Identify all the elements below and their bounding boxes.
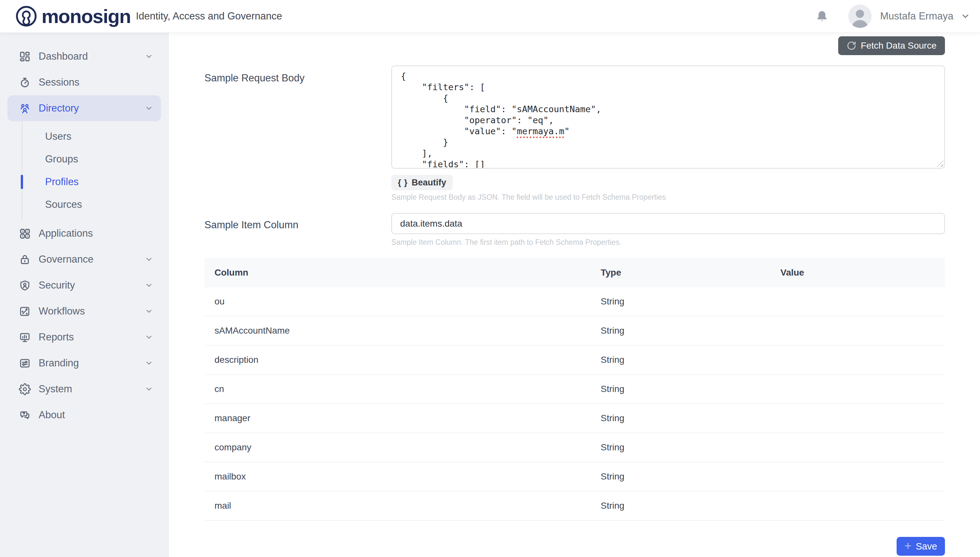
- main-content: Fetch Data Source Sample Request Body { …: [169, 33, 980, 557]
- governance-icon: [19, 254, 31, 265]
- security-icon: [19, 280, 31, 292]
- chevron-down-icon: [960, 11, 970, 21]
- column-cell: mail: [204, 501, 601, 511]
- braces-icon: { }: [398, 178, 408, 188]
- column-cell: sAMAccountName: [204, 326, 601, 336]
- fetch-data-source-label: Fetch Data Source: [861, 41, 936, 51]
- type-cell: String: [601, 326, 781, 336]
- sidebar-item-label: Reports: [39, 331, 74, 343]
- sidebar-item-dashboard[interactable]: Dashboard: [7, 44, 161, 69]
- sidebar-item-label: Applications: [39, 228, 93, 239]
- type-cell: String: [601, 413, 781, 423]
- table-row: ouString: [204, 287, 945, 316]
- type-cell: String: [601, 355, 781, 365]
- sidebar-item-governance[interactable]: Governance: [7, 246, 161, 272]
- sample-item-column-input[interactable]: [391, 213, 945, 234]
- sidebar-item-profiles[interactable]: Profiles: [22, 171, 168, 193]
- sidebar-submenu-directory: UsersGroupsProfilesSources: [22, 121, 168, 220]
- brand-wordmark: monosign: [42, 5, 131, 28]
- beautify-button[interactable]: { } Beautify: [391, 175, 453, 190]
- branding-icon: [19, 357, 31, 369]
- sample-request-body-label: Sample Request Body: [204, 72, 304, 84]
- sidebar-item-label: Dashboard: [39, 50, 88, 62]
- sidebar-item-label: Workflows: [39, 305, 85, 317]
- column-cell: cn: [204, 384, 601, 394]
- notifications-bell-icon[interactable]: [815, 10, 829, 23]
- chevron-down-icon: [145, 52, 153, 60]
- fetch-data-source-button[interactable]: Fetch Data Source: [838, 36, 945, 55]
- sidebar-item-label: Directory: [39, 103, 79, 114]
- column-cell: description: [204, 355, 601, 365]
- type-header: Type: [601, 267, 781, 278]
- chevron-down-icon: [145, 281, 153, 290]
- type-cell: String: [601, 501, 781, 511]
- sidebar-item-sources[interactable]: Sources: [22, 193, 168, 216]
- sidebar-item-label: Groups: [45, 153, 78, 165]
- monosign-logo-icon: [16, 5, 37, 27]
- column-header: Column: [204, 267, 601, 278]
- save-button[interactable]: + Save: [897, 537, 945, 556]
- user-menu[interactable]: Mustafa Ermaya: [815, 5, 970, 28]
- sidebar-item-system[interactable]: System: [7, 376, 161, 402]
- chevron-down-icon: [145, 307, 153, 316]
- dashboard-icon: [19, 50, 31, 63]
- sample-request-body-code: { "filters": [ { "field": "sAMAccountNam…: [392, 66, 944, 169]
- sidebar-item-label: Sources: [45, 199, 82, 210]
- table-body: ouStringsAMAccountNameStringdescriptionS…: [204, 287, 945, 521]
- schema-table: Column Type Value ouStringsAMAccountName…: [204, 258, 945, 521]
- beautify-label: Beautify: [412, 178, 446, 188]
- type-cell: String: [601, 442, 781, 453]
- app-tagline: Identity, Access and Governance: [136, 10, 282, 22]
- misspelled-word: mermaya.m: [517, 126, 564, 136]
- applications-icon: [19, 228, 31, 239]
- column-cell: manager: [204, 413, 601, 423]
- type-cell: String: [601, 384, 781, 394]
- sidebar-item-security[interactable]: Security: [7, 272, 161, 298]
- about-icon: [19, 409, 31, 421]
- table-header-row: Column Type Value: [204, 258, 945, 287]
- user-name: Mustafa Ermaya: [880, 10, 953, 22]
- app-header: monosign Identity, Access and Governance…: [0, 0, 980, 33]
- directory-icon: [19, 103, 31, 114]
- sidebar-item-users[interactable]: Users: [22, 125, 168, 148]
- value-header: Value: [781, 267, 945, 278]
- chevron-down-icon: [145, 333, 153, 341]
- sidebar-item-about[interactable]: About: [7, 402, 161, 428]
- table-row: mailString: [204, 492, 945, 521]
- reports-icon: [19, 331, 31, 343]
- chevron-down-icon: [145, 385, 153, 393]
- sidebar-item-label: Sessions: [39, 77, 80, 88]
- sidebar-item-applications[interactable]: Applications: [7, 220, 161, 246]
- type-cell: String: [601, 296, 781, 307]
- chevron-down-icon: [145, 104, 153, 112]
- avatar: [848, 5, 872, 28]
- table-row: sAMAccountNameString: [204, 316, 945, 345]
- sidebar-item-label: About: [39, 409, 65, 421]
- sidebar: DashboardSessionsDirectoryUsersGroupsPro…: [0, 33, 169, 557]
- sessions-icon: [19, 77, 31, 88]
- system-icon: [19, 383, 31, 395]
- table-row: companyString: [204, 433, 945, 463]
- sidebar-item-groups[interactable]: Groups: [22, 148, 168, 171]
- sidebar-item-label: Governance: [39, 254, 93, 265]
- column-cell: ou: [204, 296, 601, 307]
- sidebar-item-directory[interactable]: Directory: [7, 95, 161, 121]
- sidebar-item-branding[interactable]: Branding: [7, 350, 161, 376]
- sidebar-item-label: Branding: [39, 357, 79, 369]
- sample-request-body-helper: Sample Request Body as JSON. The field w…: [391, 193, 666, 202]
- sidebar-item-sessions[interactable]: Sessions: [7, 69, 161, 95]
- table-row: descriptionString: [204, 345, 945, 375]
- column-cell: company: [204, 442, 601, 453]
- sample-request-body-editor[interactable]: { "filters": [ { "field": "sAMAccountNam…: [391, 65, 945, 169]
- refresh-icon: [847, 41, 856, 50]
- sidebar-item-label: Profiles: [45, 176, 78, 188]
- sidebar-item-workflows[interactable]: Workflows: [7, 298, 161, 324]
- sidebar-item-reports[interactable]: Reports: [7, 324, 161, 350]
- sample-item-column-label: Sample Item Column: [204, 219, 298, 231]
- brand: monosign Identity, Access and Governance: [16, 5, 282, 28]
- chevron-down-icon: [145, 359, 153, 367]
- table-row: mailboxString: [204, 463, 945, 492]
- table-row: cnString: [204, 375, 945, 404]
- chevron-down-icon: [145, 255, 153, 264]
- sample-item-column-helper: Sample Item Column. The first item path …: [391, 238, 621, 247]
